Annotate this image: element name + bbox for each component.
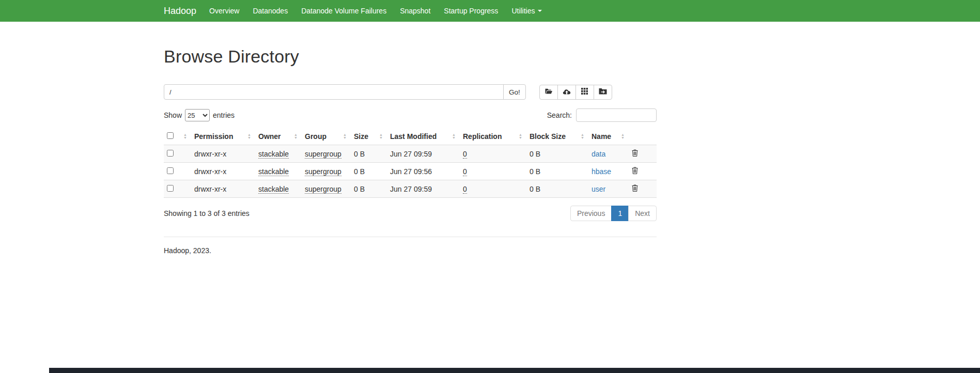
- table-row: drwxr-xr-x stackable supergroup 0 B Jun …: [164, 180, 657, 198]
- create-directory-button[interactable]: [539, 85, 558, 100]
- modified-cell: Jun 27 09:56: [387, 163, 460, 180]
- group-cell[interactable]: supergroup: [305, 185, 341, 194]
- page-title: Browse Directory: [164, 46, 657, 67]
- header-group[interactable]: Group ▲▼: [302, 128, 351, 145]
- folder-open-icon: [545, 88, 553, 96]
- file-action-toolbar: [539, 85, 612, 100]
- permission-cell: drwxr-xr-x: [191, 180, 255, 198]
- header-owner[interactable]: Owner ▲▼: [255, 128, 302, 145]
- row-checkbox[interactable]: [167, 185, 174, 192]
- trash-icon: [632, 168, 638, 176]
- show-label: Show: [164, 111, 182, 119]
- directory-table: ▲▼ Permission ▲▼ Owner ▲▼ Group ▲▼ Size …: [164, 128, 657, 198]
- delete-button[interactable]: [632, 149, 638, 157]
- caret-down-icon: [538, 10, 542, 12]
- permission-cell: drwxr-xr-x: [191, 145, 255, 163]
- delete-button[interactable]: [632, 184, 638, 192]
- size-cell: 0 B: [351, 145, 387, 163]
- owner-cell[interactable]: stackable: [258, 150, 289, 159]
- page-length-control: Show 25 entries: [164, 109, 235, 121]
- nav-item-startup-progress[interactable]: Startup Progress: [437, 1, 505, 21]
- owner-cell[interactable]: stackable: [258, 185, 289, 194]
- nav-item-overview[interactable]: Overview: [203, 1, 246, 21]
- pagination-next[interactable]: Next: [628, 206, 657, 221]
- permission-cell: drwxr-xr-x: [191, 163, 255, 180]
- group-cell[interactable]: supergroup: [305, 167, 341, 176]
- select-all-header[interactable]: ▲▼: [164, 128, 191, 145]
- header-replication[interactable]: Replication ▲▼: [460, 128, 526, 145]
- modified-cell: Jun 27 09:59: [387, 145, 460, 163]
- page-size-select[interactable]: 25: [185, 109, 210, 121]
- table-footer: Showing 1 to 3 of 3 entries Previous 1 N…: [164, 206, 657, 221]
- pagination-page-1[interactable]: 1: [611, 206, 629, 221]
- sort-icon: ▲▼: [452, 133, 456, 139]
- header-permission[interactable]: Permission ▲▼: [191, 128, 255, 145]
- size-cell: 0 B: [351, 163, 387, 180]
- window-edge: [49, 368, 980, 373]
- site-footer: Hadoop, 2023.: [164, 246, 657, 255]
- modified-cell: Jun 27 09:59: [387, 180, 460, 198]
- replication-cell[interactable]: 0: [463, 167, 467, 176]
- directory-path-input[interactable]: [164, 84, 504, 100]
- size-cell: 0 B: [351, 180, 387, 198]
- path-bar: Go!: [164, 84, 657, 100]
- top-navbar: Hadoop Overview Datanodes Datanode Volum…: [0, 0, 980, 22]
- upload-files-button[interactable]: [557, 85, 576, 100]
- nav-item-datanodes[interactable]: Datanodes: [246, 1, 294, 21]
- header-actions: [629, 128, 657, 145]
- sort-icon: ▲▼: [183, 133, 187, 139]
- cloud-upload-icon: [563, 88, 571, 96]
- pagination-previous[interactable]: Previous: [570, 206, 612, 221]
- search-input[interactable]: [576, 108, 657, 122]
- nav-item-snapshot[interactable]: Snapshot: [393, 1, 437, 21]
- go-button[interactable]: Go!: [503, 84, 526, 100]
- block-size-cell: 0 B: [526, 145, 588, 163]
- table-header-row: ▲▼ Permission ▲▼ Owner ▲▼ Group ▲▼ Size …: [164, 128, 657, 145]
- select-all-checkbox[interactable]: [167, 132, 174, 139]
- nav-item-utilities-label: Utilities: [511, 7, 535, 15]
- sort-icon: ▲▼: [519, 133, 522, 139]
- file-grid-button[interactable]: [575, 85, 594, 100]
- main-content: Browse Directory Go!: [164, 46, 657, 255]
- trash-icon: [632, 150, 638, 158]
- block-size-cell: 0 B: [526, 180, 588, 198]
- sort-icon: ▲▼: [247, 133, 251, 139]
- replication-cell[interactable]: 0: [463, 150, 467, 159]
- sort-icon: ▲▼: [294, 133, 298, 139]
- sort-icon: ▲▼: [621, 133, 625, 139]
- row-checkbox[interactable]: [167, 167, 174, 174]
- table-controls: Show 25 entries Search:: [164, 108, 657, 122]
- sort-icon: ▲▼: [343, 133, 347, 139]
- header-size[interactable]: Size ▲▼: [351, 128, 387, 145]
- header-block-size[interactable]: Block Size ▲▼: [526, 128, 588, 145]
- grid-icon: [581, 88, 588, 96]
- header-name[interactable]: Name ▲▼: [588, 128, 629, 145]
- pagination: Previous 1 Next: [570, 206, 657, 221]
- search-control: Search:: [547, 108, 657, 122]
- block-size-cell: 0 B: [526, 163, 588, 180]
- delete-button[interactable]: [632, 167, 638, 174]
- sort-icon: ▲▼: [379, 133, 383, 139]
- navbar-brand[interactable]: Hadoop: [164, 6, 196, 17]
- group-cell[interactable]: supergroup: [305, 150, 341, 159]
- sort-icon: ▲▼: [581, 133, 584, 139]
- table-row: drwxr-xr-x stackable supergroup 0 B Jun …: [164, 145, 657, 163]
- trash-icon: [632, 185, 638, 193]
- folder-move-icon: [599, 88, 607, 96]
- row-checkbox[interactable]: [167, 150, 174, 157]
- nav-item-utilities-dropdown[interactable]: Utilities: [505, 1, 548, 21]
- file-link[interactable]: hbase: [592, 167, 611, 176]
- replication-cell[interactable]: 0: [463, 185, 467, 194]
- entries-label: entries: [213, 111, 235, 119]
- header-last-modified[interactable]: Last Modified ▲▼: [387, 128, 460, 145]
- search-label: Search:: [547, 111, 572, 119]
- owner-cell[interactable]: stackable: [258, 167, 289, 176]
- nav-item-datanode-volume-failures[interactable]: Datanode Volume Failures: [294, 1, 393, 21]
- file-link[interactable]: data: [592, 150, 605, 158]
- move-files-button[interactable]: [594, 85, 612, 100]
- footer-divider: [164, 237, 657, 237]
- file-link[interactable]: user: [592, 185, 605, 193]
- table-row: drwxr-xr-x stackable supergroup 0 B Jun …: [164, 163, 657, 180]
- entries-summary: Showing 1 to 3 of 3 entries: [164, 209, 250, 217]
